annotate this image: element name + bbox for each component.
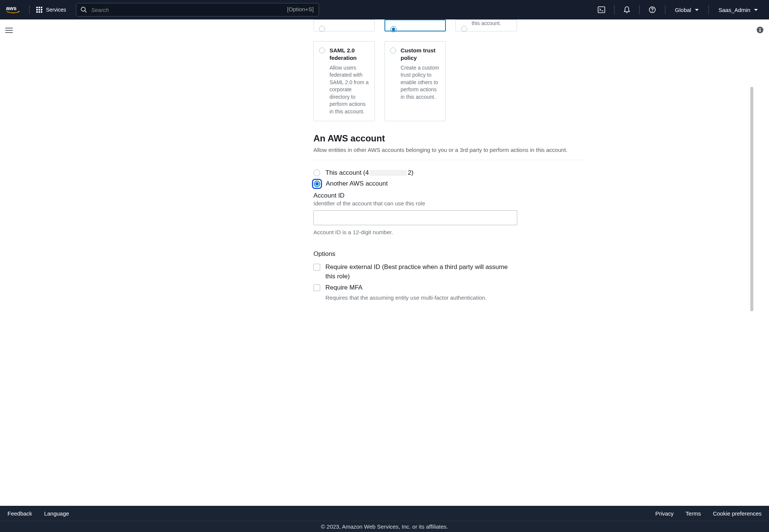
scrollbar[interactable] [749, 19, 753, 336]
sidebar-toggle[interactable] [5, 26, 13, 34]
radio-icon-selected [312, 179, 322, 189]
nav-divider [665, 5, 665, 14]
info-icon [756, 26, 764, 34]
grid-icon [36, 7, 42, 13]
section-divider [313, 160, 586, 160]
radio-icon [319, 48, 325, 53]
this-account-suffix: 2) [408, 169, 413, 176]
card-desc: Create a custom trust policy to enable o… [401, 64, 440, 101]
scrollbar-thumb[interactable] [750, 87, 753, 311]
nav-right: Global Saas_Admin [593, 4, 763, 16]
checkbox-label: Require MFA [325, 283, 362, 293]
nav-divider [708, 5, 709, 14]
nav-divider [614, 5, 615, 14]
trust-entity-card-custom[interactable]: Custom trust policy Create a custom trus… [384, 41, 446, 121]
aws-logo[interactable]: aws [6, 5, 20, 14]
options-title: Options [313, 250, 586, 258]
svg-point-8 [760, 28, 761, 29]
services-label: Services [46, 7, 66, 13]
radio-icon [313, 169, 320, 176]
notifications-button[interactable] [619, 4, 635, 16]
trust-entity-card-aws-service[interactable] [313, 19, 375, 31]
mfa-hint: Requires that the assuming entity use mu… [325, 294, 586, 302]
trust-entity-card-aws-account[interactable] [384, 19, 446, 31]
info-panel-toggle[interactable] [756, 26, 764, 35]
checkbox-mfa[interactable]: Require MFA [313, 283, 586, 293]
svg-rect-3 [598, 7, 605, 13]
nav-divider [639, 5, 640, 14]
chevron-down-icon [754, 9, 758, 11]
main-content: this account. SAML 2.0 federation Allow … [20, 19, 749, 336]
radio-this-account[interactable]: This account (42) [313, 169, 586, 177]
region-label: Global [675, 7, 691, 13]
region-selector[interactable]: Global [670, 4, 704, 15]
nav-divider [29, 5, 30, 14]
search-shortcut: [Option+S] [287, 6, 313, 12]
checkbox-label: Require external ID (Best practice when … [325, 262, 512, 281]
trust-entity-card-saml[interactable]: SAML 2.0 federation Allow users federate… [313, 41, 375, 121]
services-button[interactable]: Services [32, 4, 71, 15]
cloudshell-icon [598, 6, 605, 13]
checkbox-external-id[interactable]: Require external ID (Best practice when … [313, 262, 586, 281]
bell-icon [624, 6, 630, 13]
section-title: An AWS account [313, 133, 586, 144]
radio-icon [319, 26, 325, 32]
account-id-input[interactable] [313, 210, 517, 225]
account-id-help: Account ID is a 12-digit number. [313, 229, 586, 235]
radio-label: Another AWS account [326, 180, 388, 187]
card-title: Custom trust policy [401, 47, 440, 62]
radio-icon [390, 26, 396, 32]
radio-icon [390, 48, 396, 53]
card-desc: Allow users federated with SAML 2.0 from… [330, 64, 369, 116]
search-container: [Option+S] [76, 3, 319, 16]
checkbox-icon [313, 284, 320, 291]
this-account-prefix: This account (4 [325, 169, 369, 176]
radio-label: This account (42) [325, 169, 413, 177]
chevron-down-icon [695, 9, 699, 11]
search-icon [80, 6, 87, 14]
svg-text:aws: aws [6, 5, 16, 11]
user-label: Saas_Admin [719, 7, 750, 13]
checkbox-icon [313, 264, 320, 270]
trust-entity-card-web-identity[interactable]: this account. [456, 19, 517, 31]
account-id-masked [370, 170, 407, 176]
radio-another-account[interactable]: Another AWS account [313, 179, 586, 189]
account-id-label: Account ID [313, 192, 586, 199]
account-id-hint: Identifier of the account that can use t… [313, 200, 586, 207]
svg-line-2 [85, 11, 86, 12]
radio-icon [461, 26, 467, 32]
svg-point-6 [652, 11, 653, 12]
svg-rect-9 [760, 30, 761, 32]
card-desc-tail: this account. [472, 20, 501, 27]
trust-entity-row-2: SAML 2.0 federation Allow users federate… [313, 41, 586, 121]
svg-point-1 [81, 7, 85, 11]
user-menu[interactable]: Saas_Admin [713, 4, 763, 15]
top-nav: aws Services [Option+S] Global Saas_Adm [0, 0, 769, 19]
search-input[interactable] [76, 3, 319, 16]
help-button[interactable] [644, 4, 661, 16]
trust-entity-row-1: this account. [313, 19, 586, 31]
card-title: SAML 2.0 federation [330, 47, 369, 62]
help-icon [649, 6, 656, 13]
section-desc: Allow entities in other AWS accounts bel… [313, 147, 586, 153]
cloudshell-button[interactable] [593, 4, 610, 15]
